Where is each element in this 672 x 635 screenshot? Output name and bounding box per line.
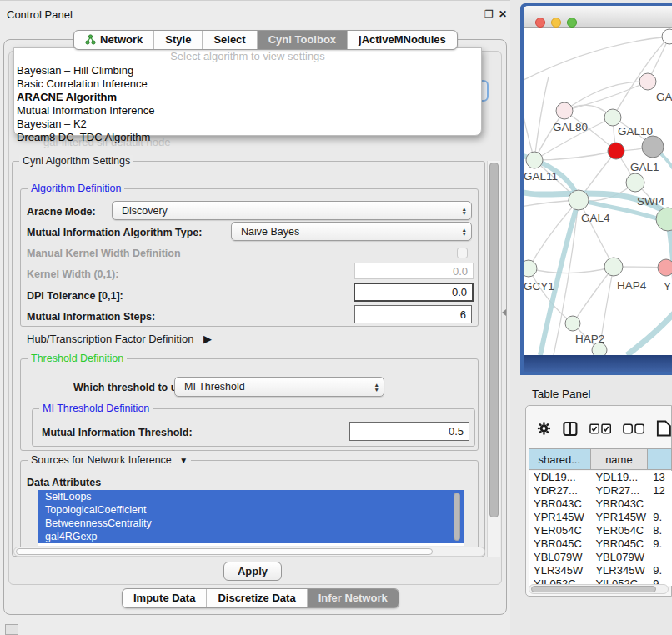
tab-infer-network[interactable]: Infer Network bbox=[307, 589, 399, 608]
network-node-label: GCY1 bbox=[524, 280, 554, 292]
network-node-gal[interactable] bbox=[639, 73, 656, 90]
table-hscrollbar-track bbox=[529, 584, 669, 594]
data-attribute-item[interactable]: SelfLoops bbox=[38, 490, 464, 503]
table-cell: YER054C bbox=[529, 524, 590, 538]
data-attribute-item[interactable]: BetweennessCentrality bbox=[38, 517, 464, 530]
table-column-header[interactable]: name bbox=[591, 449, 649, 469]
network-node-gal10[interactable] bbox=[604, 109, 621, 126]
stepper-arrows-icon: ▲▼ bbox=[374, 382, 379, 392]
float-window-icon[interactable]: ❐ bbox=[484, 8, 494, 20]
network-edge-highlighted[interactable] bbox=[627, 312, 672, 355]
table-row[interactable]: YBL079WYBL079W bbox=[529, 551, 672, 564]
tab-network[interactable]: Network bbox=[74, 31, 153, 49]
function-builder-icon[interactable] bbox=[656, 419, 672, 438]
table-row[interactable]: YDL19...YDL19...13 bbox=[529, 471, 672, 484]
table-row[interactable]: YLR345WYLR345W9. bbox=[529, 564, 672, 578]
aracne-mode-select[interactable]: Discovery ▲▼ bbox=[112, 201, 472, 220]
close-window-icon[interactable]: ✕ bbox=[499, 8, 507, 20]
algorithm-option[interactable]: Dream8 DC_TDC Algorithm bbox=[14, 131, 481, 144]
tab-impute-data[interactable]: Impute Data bbox=[123, 589, 206, 608]
table-row[interactable]: YER054CYER054C8. bbox=[529, 524, 672, 538]
table-column-header[interactable] bbox=[648, 449, 672, 469]
close-traffic-light-icon[interactable] bbox=[535, 18, 545, 28]
table-hscrollbar-thumb[interactable] bbox=[531, 586, 656, 592]
hub-definition-expander[interactable]: Hub/Transcription Factor Definition ▶ bbox=[27, 332, 212, 345]
table-row[interactable]: YPR145WYPR145W9. bbox=[529, 511, 672, 524]
mi-threshold-field[interactable]: 0.5 bbox=[349, 422, 469, 441]
mi-steps-field[interactable]: 6 bbox=[354, 305, 472, 323]
network-node-gal1[interactable] bbox=[608, 142, 624, 159]
minimize-traffic-light-icon[interactable] bbox=[551, 18, 561, 28]
table-row[interactable]: YDR27...YDR27...12 bbox=[529, 484, 672, 498]
network-node[interactable] bbox=[626, 173, 644, 192]
algorithm-option[interactable]: ARACNE Algorithm bbox=[14, 91, 481, 104]
network-node-gcy1[interactable] bbox=[524, 260, 537, 277]
algorithm-option[interactable]: Mutual Information Inference bbox=[14, 104, 481, 118]
tab-select[interactable]: Select bbox=[202, 31, 256, 49]
network-edge[interactable] bbox=[524, 100, 534, 160]
algorithm-option[interactable]: Bayesian – K2 bbox=[14, 118, 481, 131]
table-row[interactable]: YBR043CYBR043C bbox=[529, 498, 672, 511]
network-node-gal4[interactable] bbox=[569, 190, 589, 210]
algorithm-option[interactable]: Basic Correlation Inference bbox=[14, 78, 481, 91]
data-attribute-item[interactable]: gal4RGexp bbox=[38, 530, 464, 543]
mi-algorithm-type-select[interactable]: Naive Bayes ▲▼ bbox=[231, 222, 472, 241]
tab-discretize-data[interactable]: Discretize Data bbox=[206, 589, 306, 608]
settings-hscrollbar-thumb[interactable] bbox=[16, 548, 433, 555]
tab-cyni-toolbox[interactable]: Cyni Toolbox bbox=[257, 31, 347, 49]
network-node-gal11[interactable] bbox=[526, 152, 543, 168]
table-cell: YBL079W bbox=[529, 551, 590, 564]
mi-algorithm-type-label: Mutual Information Algorithm Type: bbox=[27, 227, 202, 238]
which-threshold-select[interactable]: MI Threshold ▲▼ bbox=[174, 377, 384, 397]
settings-scrollbar-track bbox=[487, 161, 500, 557]
network-window-titlebar[interactable] bbox=[524, 6, 672, 28]
table-row[interactable]: YBR045CYBR045C9. bbox=[529, 538, 672, 551]
network-node-gal80[interactable] bbox=[556, 102, 573, 119]
network-node[interactable] bbox=[642, 136, 664, 158]
control-panel-tabs: Network Style Select Cyni Toolbox jActiv… bbox=[73, 30, 458, 50]
mi-steps-label: Mutual Information Steps: bbox=[27, 311, 155, 322]
table-panel-title: Table Panel bbox=[532, 388, 591, 400]
network-node-hap2[interactable] bbox=[565, 316, 580, 331]
expander-arrow-right-icon: ▶ bbox=[203, 332, 212, 345]
cyni-algorithm-settings-title: Cyni Algorithm Settings bbox=[19, 155, 133, 167]
kernel-width-field[interactable]: 0.0 bbox=[354, 262, 474, 279]
network-node-label: GAL1 bbox=[630, 161, 659, 173]
algorithm-option[interactable]: Bayesian – Hill Climbing bbox=[14, 64, 481, 78]
network-node-hap4[interactable] bbox=[604, 258, 623, 276]
network-node[interactable] bbox=[662, 29, 672, 44]
attributes-list-scrollbar[interactable] bbox=[454, 492, 460, 541]
dpi-tolerance-field[interactable]: 0.0 bbox=[354, 282, 474, 302]
manual-kernel-width-checkbox[interactable] bbox=[457, 248, 468, 258]
table-cell: YBR045C bbox=[529, 538, 590, 551]
network-edge[interactable] bbox=[579, 200, 614, 267]
table-column-header[interactable]: shared... bbox=[529, 449, 591, 469]
sources-group-title[interactable]: Sources for Network Inference ▼ bbox=[28, 454, 191, 466]
network-node-y[interactable] bbox=[658, 259, 672, 276]
tab-jactivemnodules[interactable]: jActiveMNodules bbox=[347, 31, 457, 49]
network-node[interactable] bbox=[592, 342, 607, 355]
table-cell: YBL079W bbox=[590, 551, 648, 564]
settings-scrollbar-thumb[interactable] bbox=[489, 162, 499, 518]
columns-icon[interactable] bbox=[563, 421, 578, 437]
table-cell: 9. bbox=[648, 564, 672, 578]
deselect-all-checkboxes-icon[interactable] bbox=[623, 423, 644, 434]
table-cell: YBR045C bbox=[590, 538, 648, 551]
network-node-label: SWI4 bbox=[637, 195, 664, 208]
tab-style[interactable]: Style bbox=[153, 31, 202, 49]
table-cell: 13 bbox=[648, 471, 672, 484]
data-attribute-item[interactable]: TopologicalCoefficient bbox=[38, 503, 464, 517]
network-canvas[interactable]: GALGAL80GAL10GAL1GAL11GAL4SWI4GCY1HAP4YH… bbox=[524, 28, 672, 355]
network-edge[interactable] bbox=[529, 267, 614, 273]
network-window-bottom-border bbox=[524, 355, 672, 372]
algorithm-popup-placeholder: Select algorithm to view settings bbox=[14, 50, 481, 64]
algorithm-definition-title: Algorithm Definition bbox=[28, 182, 124, 194]
select-all-checkboxes-icon[interactable] bbox=[589, 423, 611, 434]
network-edge[interactable] bbox=[573, 267, 614, 323]
zoom-traffic-light-icon[interactable] bbox=[567, 18, 577, 28]
table-cell bbox=[648, 551, 672, 564]
gear-icon[interactable] bbox=[537, 421, 551, 436]
splitter-collapse-arrow-icon[interactable] bbox=[502, 309, 506, 316]
stepper-arrows-icon: ▲▼ bbox=[462, 206, 467, 215]
apply-button[interactable]: Apply bbox=[223, 562, 282, 581]
